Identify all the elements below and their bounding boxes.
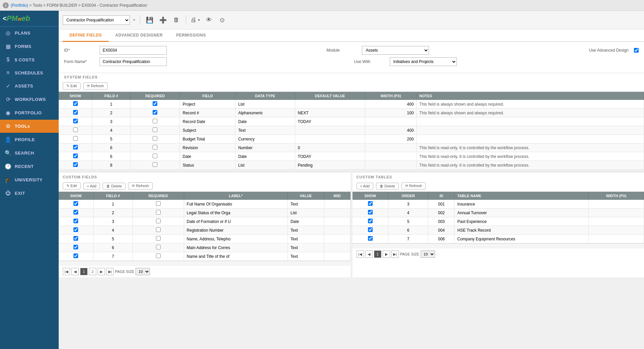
ct-page-size-select[interactable]: 10 25 50 <box>421 250 435 258</box>
custom-fields-hscroll[interactable] <box>59 261 351 266</box>
ct-refresh-button[interactable]: ⟳ Refresh <box>401 182 426 189</box>
sf-required-cell[interactable] <box>130 135 180 143</box>
cf-show-cell[interactable] <box>59 243 93 252</box>
ct-show-cell[interactable] <box>353 226 388 235</box>
sf-required-cell[interactable] <box>130 143 180 152</box>
custom-edit-button[interactable]: ✎ Edit <box>63 182 80 189</box>
sidebar-item-plans[interactable]: ◎ PLANS <box>0 26 59 40</box>
cf-required-cell[interactable] <box>133 252 184 261</box>
sf-width-cell <box>365 117 416 126</box>
sidebar-item-schedules[interactable]: ≡ SCHEDULES <box>0 66 59 79</box>
sidebar-item-portfolio[interactable]: ◉ PORTFOLIO <box>0 106 59 120</box>
ct-page-next-button[interactable]: ▶ <box>383 250 390 258</box>
sf-required-cell[interactable] <box>130 126 180 135</box>
cf-required-cell[interactable] <box>133 243 184 252</box>
sf-show-cell[interactable] <box>59 117 92 126</box>
ct-page-1-button[interactable]: 1 <box>374 250 381 258</box>
cf-show-cell[interactable] <box>59 235 93 243</box>
sf-required-cell[interactable] <box>130 117 180 126</box>
system-edit-button[interactable]: ✎ Edit <box>63 82 80 90</box>
table-row: 6 Main Address for Corres Text <box>59 243 350 252</box>
cf-required-cell[interactable] <box>133 209 184 217</box>
sf-show-cell[interactable] <box>59 126 92 135</box>
cf-show-cell[interactable] <box>59 226 93 235</box>
page-size-select[interactable]: 10 25 50 <box>136 268 150 275</box>
use-with-select[interactable]: Initiatives and Projects <box>390 57 457 66</box>
ct-id-cell: 002 <box>428 209 454 217</box>
sidebar-item-profile[interactable]: 👤 PROFILE <box>0 133 59 147</box>
page-first-button[interactable]: |◀ <box>63 268 70 275</box>
sidebar-item-tools[interactable]: ⚙ TOOLs <box>0 120 59 133</box>
sidebar-item-university[interactable]: 🎓 UNIVERSITY <box>0 173 59 187</box>
sf-required-cell[interactable] <box>130 100 180 109</box>
form-selector[interactable]: Contractor Prequalification <box>63 15 130 25</box>
breadcrumb-portfolio[interactable]: (Portfolio) <box>11 3 28 8</box>
cf-required-cell[interactable] <box>133 226 184 235</box>
sidebar-item-label: TOOLs <box>15 124 30 129</box>
page-last-button[interactable]: ▶| <box>106 268 114 275</box>
sf-show-cell[interactable] <box>59 152 92 161</box>
form-name-input[interactable] <box>100 57 167 66</box>
id-input[interactable] <box>100 46 167 55</box>
sidebar-item-assets[interactable]: ✓ ASSETS <box>0 79 59 93</box>
cf-show-cell[interactable] <box>59 209 93 217</box>
cf-show-cell[interactable] <box>59 252 93 261</box>
ct-show-cell[interactable] <box>353 209 388 217</box>
system-refresh-button[interactable]: ⟳ Refresh <box>83 82 108 90</box>
custom-add-button[interactable]: + Add <box>83 183 100 189</box>
add-button[interactable]: ➕ <box>158 15 168 25</box>
page-1-button[interactable]: 1 <box>80 268 88 275</box>
toggle-button[interactable]: ⊙ <box>217 15 228 25</box>
delete-button[interactable]: 🗑 <box>171 15 182 25</box>
sf-required-cell[interactable] <box>130 109 180 117</box>
print-button[interactable]: 🖨 ▼ <box>190 15 201 25</box>
sidebar-item-costs[interactable]: $ $ COSTS <box>0 53 59 66</box>
cf-required-cell[interactable] <box>133 200 184 209</box>
sf-field-cell: Record Date <box>180 117 235 126</box>
ct-show-cell[interactable] <box>353 200 388 209</box>
page-prev-button[interactable]: ◀ <box>71 268 79 275</box>
cf-required-cell[interactable] <box>133 235 184 243</box>
cf-label-cell: Full Name Of Organisatio <box>184 200 287 209</box>
page-next-button[interactable]: ▶ <box>98 268 105 275</box>
custom-delete-button[interactable]: 🗑 Delete <box>103 183 125 189</box>
ct-delete-button[interactable]: 🗑 Delete <box>376 183 399 189</box>
info-icon[interactable]: i <box>3 2 9 8</box>
ct-page-prev-button[interactable]: ◀ <box>365 250 373 258</box>
advanced-design-checkbox[interactable] <box>634 48 639 53</box>
cf-show-cell[interactable] <box>59 200 93 209</box>
custom-refresh-button[interactable]: ⟳ Refresh <box>128 182 153 189</box>
preview-button[interactable]: 👁 <box>204 15 214 25</box>
ct-page-first-button[interactable]: |◀ <box>357 250 364 258</box>
ct-page-last-button[interactable]: ▶| <box>391 250 399 258</box>
custom-tables-hscroll[interactable] <box>353 243 644 248</box>
tab-define-fields[interactable]: DEFINE FIELDS <box>63 30 109 42</box>
sidebar-item-recent[interactable]: 🕐 RECENT <box>0 160 59 173</box>
sidebar-item-exit[interactable]: ⏻ EXIT <box>0 187 59 200</box>
module-select[interactable]: Assets <box>362 46 429 55</box>
tab-advanced-designer[interactable]: ADVANCED DESIGNER <box>109 30 170 42</box>
page-2-button[interactable]: 2 <box>89 268 96 275</box>
sf-show-cell[interactable] <box>59 100 92 109</box>
sf-required-cell[interactable] <box>130 152 180 161</box>
cf-show-cell[interactable] <box>59 217 93 226</box>
ct-show-cell[interactable] <box>353 217 388 226</box>
sf-show-cell[interactable] <box>59 135 92 143</box>
tab-permissions[interactable]: PERMISSIONS <box>169 30 213 42</box>
sidebar-item-search[interactable]: 🔍 SEARCH <box>0 147 59 160</box>
ct-show-cell[interactable] <box>353 235 388 243</box>
sf-required-cell[interactable] <box>130 161 180 170</box>
sidebar-item-workflows[interactable]: ⟳ WORKFLOWS <box>0 93 59 106</box>
ct-add-button[interactable]: + Add <box>357 183 373 189</box>
save-button[interactable]: 💾 <box>144 15 155 25</box>
sf-width-cell: 400 <box>365 126 416 135</box>
sidebar-item-forms[interactable]: ▦ FORMS <box>0 40 59 53</box>
sf-notes-cell: This field is read-only. It is controlle… <box>417 143 644 152</box>
sf-show-cell[interactable] <box>59 161 92 170</box>
cf-required-cell[interactable] <box>133 217 184 226</box>
table-row: 6 004 HSE Track Record <box>353 226 644 235</box>
sf-field-cell: Date <box>180 152 235 161</box>
sf-notes-cell: This field is read-only. It is controlle… <box>417 152 644 161</box>
sf-show-cell[interactable] <box>59 143 92 152</box>
sf-show-cell[interactable] <box>59 109 92 117</box>
